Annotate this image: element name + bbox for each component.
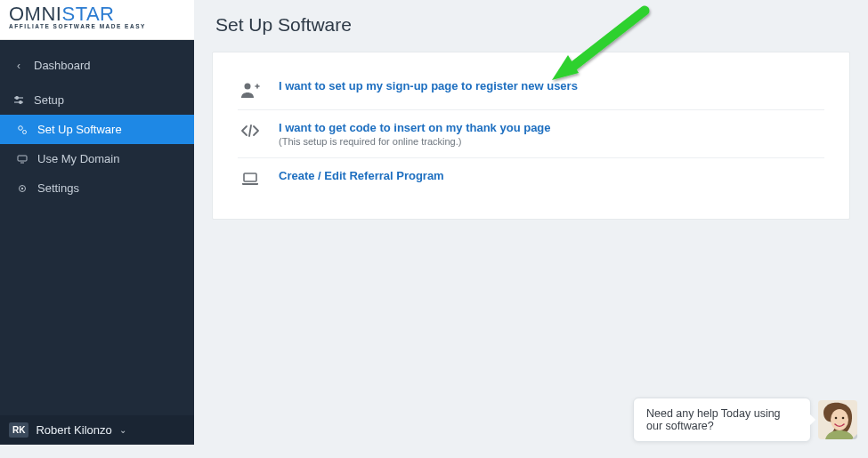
page-title: Set Up Software (215, 14, 850, 36)
svg-point-9 (21, 187, 23, 189)
svg-point-16 (831, 409, 848, 430)
brand-name-part2: STAR (61, 3, 114, 25)
sidebar: OMNISTAR AFFILIATE SOFTWARE MADE EASY ‹ … (0, 0, 194, 445)
sidebar-nav: ‹ Dashboard Setup Set Up Software Use My… (0, 40, 194, 203)
svg-rect-12 (244, 173, 256, 181)
chat-message: Need any help Today using our software? (646, 407, 781, 432)
chat-agent-avatar[interactable] (818, 400, 857, 439)
sidebar-item-settings[interactable]: Settings (0, 173, 194, 203)
gears-icon (16, 125, 28, 135)
brand-name-part1: OMNI (9, 3, 61, 25)
monitor-icon (16, 154, 28, 165)
chevron-left-icon: ‹ (12, 60, 25, 72)
sidebar-item-label: Set Up Software (37, 123, 122, 136)
option-referral-program[interactable]: Create / Edit Referral Program (238, 157, 824, 197)
user-name: Robert Kilonzo (36, 423, 111, 437)
chat-bubble[interactable]: Need any help Today using our software? (633, 398, 811, 442)
option-link[interactable]: Create / Edit Referral Program (279, 169, 824, 182)
svg-rect-6 (18, 156, 27, 161)
sliders-icon (12, 95, 25, 106)
laptop-icon (238, 169, 263, 187)
svg-point-3 (20, 100, 22, 103)
sidebar-parent-setup[interactable]: Setup (0, 85, 194, 115)
sidebar-item-set-up-software[interactable]: Set Up Software (0, 115, 194, 144)
option-link[interactable]: I want to set up my sign-up page to regi… (279, 79, 824, 92)
sidebar-item-label: Settings (37, 181, 79, 195)
svg-point-18 (842, 417, 845, 420)
option-signup-page[interactable]: I want to set up my sign-up page to regi… (238, 68, 824, 109)
sidebar-back-dashboard[interactable]: ‹ Dashboard (0, 51, 194, 80)
brand-logo: OMNISTAR AFFILIATE SOFTWARE MADE EASY (0, 0, 194, 40)
option-link[interactable]: I want to get code to insert on my thank… (279, 121, 824, 134)
sidebar-back-label: Dashboard (34, 59, 91, 72)
chat-resize-handle[interactable] (850, 432, 857, 439)
code-icon (238, 121, 263, 139)
option-thank-you-code[interactable]: I want to get code to insert on my thank… (238, 109, 824, 157)
svg-line-11 (249, 125, 251, 136)
svg-point-4 (19, 125, 23, 130)
help-chat-widget[interactable]: Need any help Today using our software? (633, 398, 857, 442)
setup-options-card: I want to set up my sign-up page to regi… (212, 52, 850, 220)
option-subtext: (This setup is required for online track… (279, 136, 824, 147)
sidebar-item-use-my-domain[interactable]: Use My Domain (0, 144, 194, 173)
main-content: Set Up Software I want to set up my sign… (194, 0, 868, 445)
sidebar-item-label: Use My Domain (37, 152, 119, 165)
chevron-down-icon: ⌄ (119, 425, 126, 435)
sidebar-subnav: Set Up Software Use My Domain Settings (0, 115, 194, 203)
sidebar-parent-label: Setup (34, 93, 64, 107)
svg-point-1 (16, 96, 19, 99)
user-initials-badge: RK (9, 422, 28, 438)
sidebar-user-menu[interactable]: RK Robert Kilonzo ⌄ (0, 415, 194, 445)
user-plus-icon (238, 79, 263, 99)
brand-tagline: AFFILIATE SOFTWARE MADE EASY (9, 23, 185, 29)
svg-point-10 (245, 84, 251, 90)
svg-point-17 (835, 417, 838, 420)
gear-icon (16, 183, 28, 194)
svg-point-5 (23, 130, 27, 133)
